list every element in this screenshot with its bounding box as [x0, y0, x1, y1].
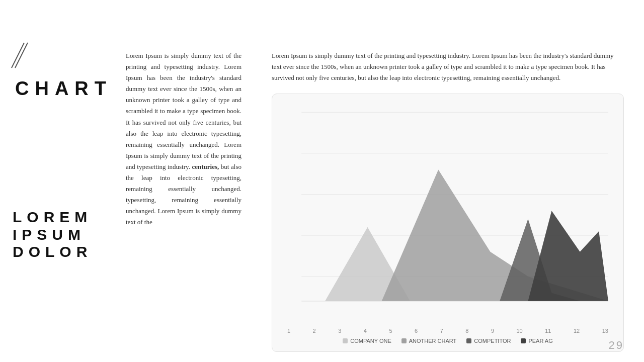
legend-pear-ag: PEAR AG	[521, 338, 552, 344]
x-label-10: 10	[516, 328, 522, 334]
x-label-3: 3	[338, 328, 341, 334]
legend-company-one: COMPANY ONE	[343, 338, 391, 344]
chart-area	[287, 104, 608, 326]
lorem-line-1: LOREM	[13, 209, 92, 226]
x-label-6: 6	[415, 328, 418, 334]
page-number: 29	[609, 339, 624, 352]
chart-container: 1 2 3 4 5 6 7 8 9 10 11 12 13 COMPANY ON…	[272, 94, 624, 352]
slide: CHART LOREM IPSUM DOLOR Lorem Ipsum is s…	[0, 0, 644, 362]
chart-legend: COMPANY ONE ANOTHER CHART COMPETITOR PEA…	[287, 338, 608, 344]
x-label-2: 2	[313, 328, 316, 334]
chart-svg	[287, 104, 608, 326]
legend-dot-pear-ag	[521, 338, 526, 343]
legend-dot-competitor	[466, 338, 471, 343]
legend-competitor: COMPETITOR	[466, 338, 511, 344]
lorem-line-2: IPSUM	[13, 226, 92, 244]
legend-another-chart: ANOTHER CHART	[401, 338, 457, 344]
x-label-9: 9	[491, 328, 494, 334]
right-intro: Lorem Ipsum is simply dummy text of the …	[272, 50, 624, 83]
svg-line-0	[15, 43, 28, 68]
legend-label-competitor: COMPETITOR	[474, 338, 511, 344]
x-label-8: 8	[465, 328, 468, 334]
left-panel: CHART LOREM IPSUM DOLOR	[0, 0, 111, 362]
x-label-12: 12	[574, 328, 580, 334]
x-label-5: 5	[389, 328, 392, 334]
lorem-block: LOREM IPSUM DOLOR	[13, 209, 92, 261]
x-label-13: 13	[602, 328, 608, 334]
slash-decoration	[10, 40, 35, 70]
legend-label-company-one: COMPANY ONE	[350, 338, 391, 344]
legend-dot-company-one	[343, 338, 348, 343]
lorem-line-3: DOLOR	[13, 243, 92, 261]
middle-panel: Lorem Ipsum is simply dummy text of the …	[111, 0, 252, 362]
right-panel: Lorem Ipsum is simply dummy text of the …	[252, 0, 644, 362]
legend-label-pear-ag: PEAR AG	[528, 338, 552, 344]
x-label-4: 4	[364, 328, 367, 334]
x-label-11: 11	[545, 328, 551, 334]
x-label-1: 1	[287, 328, 290, 334]
svg-line-1	[12, 43, 24, 68]
legend-dot-another-chart	[401, 338, 407, 343]
x-axis-labels: 1 2 3 4 5 6 7 8 9 10 11 12 13	[287, 328, 608, 334]
legend-label-another-chart: ANOTHER CHART	[409, 338, 457, 344]
chart-title: CHART	[15, 78, 112, 100]
middle-text: Lorem Ipsum is simply dummy text of the …	[126, 50, 242, 228]
x-label-7: 7	[440, 328, 443, 334]
